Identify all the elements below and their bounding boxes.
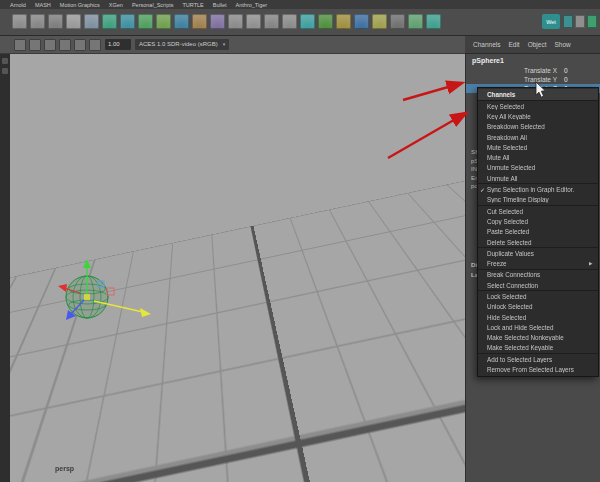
menubar-item[interactable]: MASH xyxy=(35,2,51,8)
exposure-field[interactable]: 1.00 xyxy=(105,39,131,50)
context-menu-item-label: Unmute All xyxy=(487,175,589,182)
render-settings-icon[interactable] xyxy=(336,14,351,29)
context-menu-item[interactable]: Cut Selected xyxy=(478,205,598,216)
context-menu-item[interactable]: Lock and Hide Selected xyxy=(478,322,598,332)
render-view-icon[interactable] xyxy=(300,14,315,29)
menubar-item[interactable]: TURTLE xyxy=(183,2,204,8)
context-menu-item[interactable]: Freeze xyxy=(478,258,598,268)
menubar-item[interactable]: XGen xyxy=(109,2,123,8)
attribute-name: Translate X xyxy=(466,66,562,75)
menubar-item[interactable]: Anthro_Tiger xyxy=(236,2,268,8)
context-menu-item[interactable]: Mute Selected xyxy=(478,142,598,152)
context-menu-item-label: Breakdown All xyxy=(487,134,589,141)
poly-tool-icon[interactable] xyxy=(192,14,207,29)
shelf-item-wet[interactable]: Wet xyxy=(542,14,560,29)
context-menu-item[interactable]: Duplicate Values xyxy=(478,247,598,258)
smooth-mesh-icon[interactable] xyxy=(210,14,225,29)
context-menu-item[interactable]: Breakdown All xyxy=(478,132,598,142)
paint-effects-icon[interactable] xyxy=(408,14,423,29)
context-menu-item[interactable]: Select Connection xyxy=(478,280,598,290)
tool-settings-dock-icon[interactable] xyxy=(575,15,585,28)
nparticle-icon[interactable] xyxy=(426,14,441,29)
context-menu-item[interactable]: Paste Selected xyxy=(478,227,598,237)
torus-primitive-icon[interactable] xyxy=(174,14,189,29)
context-menu-item[interactable]: Breakdown Selected xyxy=(478,122,598,132)
red-arrowhead[interactable] xyxy=(58,284,67,292)
select-tool-icon[interactable] xyxy=(12,14,27,29)
move-tool-icon[interactable] xyxy=(66,14,81,29)
Translate Y[interactable]: Translate Y 0 xyxy=(466,75,600,84)
context-menu-item[interactable]: Lock Selected xyxy=(478,290,598,301)
context-menu-item[interactable]: Break Connections xyxy=(478,269,598,280)
context-menu-item[interactable]: Copy Selected xyxy=(478,216,598,226)
ipr-render-icon[interactable] xyxy=(318,14,333,29)
camera-icon[interactable] xyxy=(390,14,405,29)
attribute-value-field[interactable]: 0 xyxy=(562,75,600,84)
context-menu-item[interactable]: Delete Selected xyxy=(478,237,598,247)
strip-icon[interactable] xyxy=(2,68,8,74)
left-toolbar-strip xyxy=(0,54,10,482)
textured-mode-icon[interactable] xyxy=(44,39,56,51)
menubar-item[interactable]: Motion Graphics xyxy=(60,2,100,8)
context-menu-item[interactable]: Unlock Selected xyxy=(478,302,598,312)
cylinder-primitive-icon[interactable] xyxy=(138,14,153,29)
context-menu-item[interactable]: Remove From Selected Layers xyxy=(478,364,598,374)
channel-box-dock-icon[interactable] xyxy=(587,15,597,28)
sphere-primitive-icon[interactable] xyxy=(102,14,117,29)
object-name[interactable]: pSphere1 xyxy=(466,54,600,66)
context-menu-item-label: Make Selected Nonkeyable xyxy=(487,334,589,341)
context-menu-item[interactable]: Add to Selected Layers xyxy=(478,353,598,364)
lighting-icon[interactable] xyxy=(14,39,26,51)
paint-select-icon[interactable] xyxy=(48,14,63,29)
channel-box-menu-item[interactable]: Show xyxy=(554,41,570,48)
channel-box-menu-item[interactable]: Channels xyxy=(473,41,500,48)
isolate-select-icon[interactable] xyxy=(89,39,101,51)
context-menu-item-label: Cut Selected xyxy=(487,208,589,215)
channel-box-menu-item[interactable]: Edit xyxy=(508,41,519,48)
plane-primitive-icon[interactable] xyxy=(156,14,171,29)
x-axis-arrowhead[interactable] xyxy=(140,308,151,317)
perspective-viewport[interactable]: persp xyxy=(10,54,465,482)
light-icon[interactable] xyxy=(372,14,387,29)
lasso-select-icon[interactable] xyxy=(30,14,45,29)
context-menu-item[interactable]: Mute All xyxy=(478,152,598,162)
menubar-item[interactable]: Personal_Scripts xyxy=(132,2,174,8)
xray-icon[interactable] xyxy=(74,39,86,51)
center-handle[interactable] xyxy=(84,294,90,300)
channel-box-menu-item[interactable]: Object xyxy=(528,41,547,48)
context-menu-item[interactable]: Unmute All xyxy=(478,173,598,183)
context-menu-item[interactable]: Hide Selected xyxy=(478,312,598,322)
attribute-name: Translate Y xyxy=(466,75,562,84)
snap-grid-icon[interactable] xyxy=(282,14,297,29)
menubar-item[interactable]: Bullet xyxy=(213,2,227,8)
cube-primitive-icon[interactable] xyxy=(120,14,135,29)
context-menu-item[interactable]: Make Selected Nonkeyable xyxy=(478,333,598,343)
curves-shelf-icon[interactable] xyxy=(84,14,99,29)
context-menu-item-label: Paste Selected xyxy=(487,228,589,235)
context-menu-item[interactable]: Make Selected Keyable xyxy=(478,343,598,353)
dock-icon-row xyxy=(563,15,597,28)
context-menu-item[interactable]: Sync Timeline Display xyxy=(478,195,598,205)
menubar-item[interactable]: Arnold xyxy=(10,2,26,8)
attribute-value-field[interactable]: 0 xyxy=(562,66,600,75)
Translate X[interactable]: Translate X 0 xyxy=(466,66,600,75)
attribute-editor-dock-icon[interactable] xyxy=(563,15,573,28)
context-menu-item[interactable]: Sync Selection in Graph Editor. xyxy=(478,183,598,194)
context-menu-item-label: Mute Selected xyxy=(487,144,589,151)
colorspace-dropdown[interactable]: ACES 1.0 SDR-video (sRGB) ▾ xyxy=(135,39,229,50)
wireframe-on-shaded-icon[interactable] xyxy=(59,39,71,51)
context-menu-item-label: Channels xyxy=(487,91,589,98)
context-menu-item[interactable]: Key All Keyable xyxy=(478,111,598,121)
context-menu-item[interactable]: Channels xyxy=(478,89,598,101)
context-menu-item[interactable]: Key Selected xyxy=(478,101,598,111)
context-menu-item-label: Mute All xyxy=(487,154,589,161)
strip-icon[interactable] xyxy=(2,58,8,64)
context-menu-item[interactable]: Unmute Selected xyxy=(478,163,598,173)
y-axis-arrowhead[interactable] xyxy=(83,259,91,268)
measure-tool-icon[interactable] xyxy=(264,14,279,29)
hypershade-icon[interactable] xyxy=(354,14,369,29)
pencil-curve-icon[interactable] xyxy=(228,14,243,29)
shading-icon[interactable] xyxy=(29,39,41,51)
chevron-down-icon: ▾ xyxy=(223,39,226,50)
ep-curve-icon[interactable] xyxy=(246,14,261,29)
